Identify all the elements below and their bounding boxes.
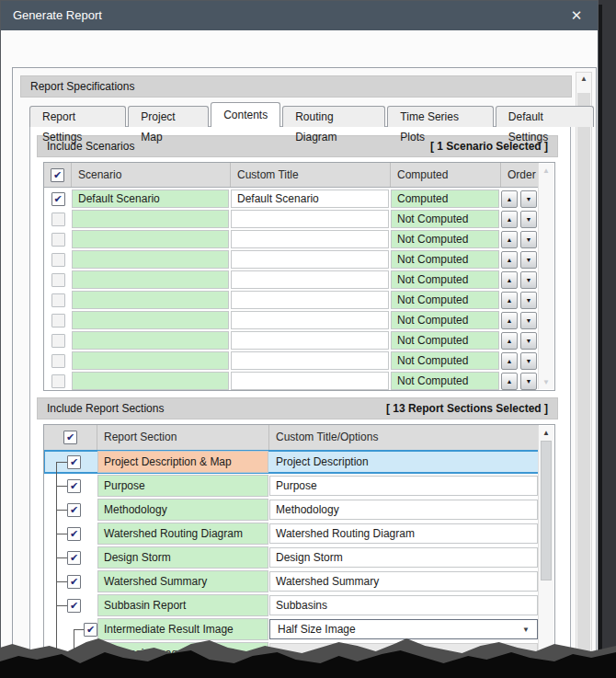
section-checkbox[interactable]: ✔	[67, 599, 81, 613]
scenarios-table-header: ✔ Scenario Custom Title Computed Order	[44, 163, 539, 188]
order-down-button[interactable]: ▼	[520, 292, 537, 309]
scenario-custom-title-cell[interactable]	[231, 210, 389, 228]
order-up-button[interactable]: ▲	[501, 271, 518, 289]
col-header-custom-title: Custom Title	[231, 163, 391, 187]
scrollbar-up-icon[interactable]: ▲	[539, 164, 553, 178]
scenarios-select-all-checkbox[interactable]: ✔	[51, 168, 64, 182]
report-section-row-design-storm[interactable]: ✔Design StormDesign Storm	[44, 546, 539, 569]
order-up-button[interactable]: ▲	[501, 251, 518, 269]
tab-time-series-plots[interactable]: Time Series Plots	[387, 106, 493, 127]
section-checkbox[interactable]: ✔	[67, 455, 81, 469]
tree-connector-line	[56, 462, 67, 463]
order-up-button[interactable]: ▲	[501, 373, 518, 390]
scenario-checkbox[interactable]	[51, 233, 65, 247]
tab-routing-diagram[interactable]: Routing Diagram	[282, 106, 385, 127]
section-custom-title[interactable]: Project Description	[269, 451, 538, 473]
tab-report-settings[interactable]: Report Settings	[29, 106, 126, 127]
report-section-row-intermediate-result-image[interactable]: ✔Intermediate Result ImageHalf Size Imag…	[44, 618, 539, 640]
scenario-checkbox[interactable]	[51, 273, 65, 287]
scrollbar-thumb[interactable]	[577, 93, 590, 665]
order-down-button[interactable]: ▼	[520, 271, 537, 289]
scenario-custom-title-cell[interactable]	[231, 351, 389, 370]
report-sections-selected-badge: [ 13 Report Sections Selected ]	[386, 398, 548, 419]
section-custom-title[interactable]: Watershed Routing Diagram	[269, 523, 538, 544]
scrollbar-up-icon[interactable]: ▲	[539, 426, 553, 440]
scenario-name-cell[interactable]: Default Scenario	[72, 190, 229, 208]
report-section-row-subbasin-report[interactable]: ✔Subbasin ReportSubbasins	[44, 594, 539, 616]
order-down-button[interactable]: ▼	[520, 373, 537, 390]
title-bar[interactable]: Generate Report ✕	[1, 1, 598, 30]
scrollbar-up-icon[interactable]: ▲	[576, 75, 591, 83]
scenario-custom-title-cell[interactable]	[231, 291, 389, 309]
scenario-custom-title-cell[interactable]	[231, 331, 389, 350]
tab-project-map[interactable]: Project Map	[128, 106, 209, 127]
panel-scrollbar[interactable]: ▲	[576, 72, 592, 668]
order-up-button[interactable]: ▲	[501, 352, 518, 370]
window-title: Generate Report	[13, 1, 102, 30]
report-section-row-methodology[interactable]: ✔MethodologyMethodology	[44, 499, 539, 521]
report-section-row-project-description-map[interactable]: ✔Project Description & MapProject Descri…	[44, 451, 539, 473]
order-down-button[interactable]: ▼	[520, 190, 537, 208]
order-up-button[interactable]: ▲	[501, 231, 518, 248]
scenario-name-cell[interactable]	[72, 270, 229, 289]
scenario-custom-title-cell[interactable]: Default Scenario	[231, 190, 389, 208]
scenario-name-cell[interactable]	[72, 210, 229, 228]
order-up-button[interactable]: ▲	[501, 312, 518, 329]
section-custom-title[interactable]: Purpose	[269, 476, 538, 496]
scenario-name-cell[interactable]	[72, 291, 229, 309]
scenario-name-cell[interactable]	[72, 351, 229, 370]
scrollbar-thumb[interactable]	[541, 441, 552, 580]
section-checkbox[interactable]: ✔	[67, 551, 81, 565]
section-checkbox[interactable]: ✔	[84, 623, 97, 637]
scenarios-scrollbar[interactable]: ▲ ▼	[538, 164, 553, 389]
scenario-custom-title-cell[interactable]	[231, 270, 389, 289]
sections-select-all-checkbox[interactable]: ✔	[63, 431, 77, 444]
section-checkbox[interactable]: ✔	[67, 527, 81, 541]
section-custom-title[interactable]: Design Storm	[269, 547, 538, 568]
scenario-name-cell[interactable]	[72, 230, 229, 248]
section-custom-title[interactable]: Subbasins	[269, 595, 538, 615]
order-up-button[interactable]: ▲	[501, 332, 518, 350]
order-down-button[interactable]: ▼	[520, 231, 537, 248]
report-section-row-purpose[interactable]: ✔PurposePurpose	[44, 475, 539, 497]
scenario-name-cell[interactable]	[72, 250, 229, 269]
scenario-checkbox[interactable]: ✔	[51, 192, 65, 206]
tab-default-settings[interactable]: Default Settings	[496, 106, 594, 127]
order-down-button[interactable]: ▼	[520, 332, 537, 350]
section-custom-title[interactable]: Watershed Summary	[269, 571, 538, 592]
scrollbar-down-icon[interactable]: ▼	[539, 375, 553, 389]
scenario-checkbox[interactable]	[51, 293, 65, 307]
order-down-button[interactable]: ▼	[520, 251, 537, 269]
section-options-dropdown[interactable]: Half Size Image▼	[269, 619, 538, 639]
scenario-name-cell[interactable]	[72, 372, 229, 390]
scenario-checkbox[interactable]	[51, 213, 65, 226]
tree-connector-line	[56, 605, 67, 606]
section-checkbox[interactable]: ✔	[67, 479, 81, 493]
scenario-checkbox[interactable]	[51, 314, 65, 328]
report-section-row-watershed-routing-diagram[interactable]: ✔Watershed Routing DiagramWatershed Rout…	[44, 523, 539, 545]
scenario-computed-cell: Not Computed	[391, 230, 499, 248]
order-up-button[interactable]: ▲	[501, 211, 518, 228]
report-section-row-watershed-summary[interactable]: ✔Watershed SummaryWatershed Summary	[44, 570, 539, 592]
scenario-name-cell[interactable]	[72, 311, 229, 329]
order-down-button[interactable]: ▼	[520, 352, 537, 370]
scenario-checkbox[interactable]	[51, 334, 65, 348]
section-checkbox[interactable]: ✔	[67, 575, 81, 589]
scenario-checkbox[interactable]	[51, 374, 65, 388]
section-custom-title[interactable]: Methodology	[269, 500, 538, 520]
order-down-button[interactable]: ▼	[520, 312, 537, 329]
section-checkbox[interactable]: ✔	[67, 503, 81, 517]
scenario-custom-title-cell[interactable]	[231, 372, 389, 390]
scenario-custom-title-cell[interactable]	[231, 250, 389, 269]
scenario-name-cell[interactable]	[72, 331, 229, 350]
scenario-custom-title-cell[interactable]	[231, 230, 389, 248]
scenario-checkbox[interactable]	[51, 253, 65, 267]
order-down-button[interactable]: ▼	[520, 211, 537, 228]
scenario-custom-title-cell[interactable]	[231, 311, 389, 329]
close-icon[interactable]: ✕	[565, 5, 588, 27]
order-up-button[interactable]: ▲	[501, 190, 518, 208]
order-up-button[interactable]: ▲	[501, 292, 518, 309]
scenario-checkbox[interactable]	[51, 354, 65, 368]
tab-contents[interactable]: Contents	[211, 102, 280, 127]
report-sections-scrollbar[interactable]: ▲ ▼	[538, 426, 553, 667]
